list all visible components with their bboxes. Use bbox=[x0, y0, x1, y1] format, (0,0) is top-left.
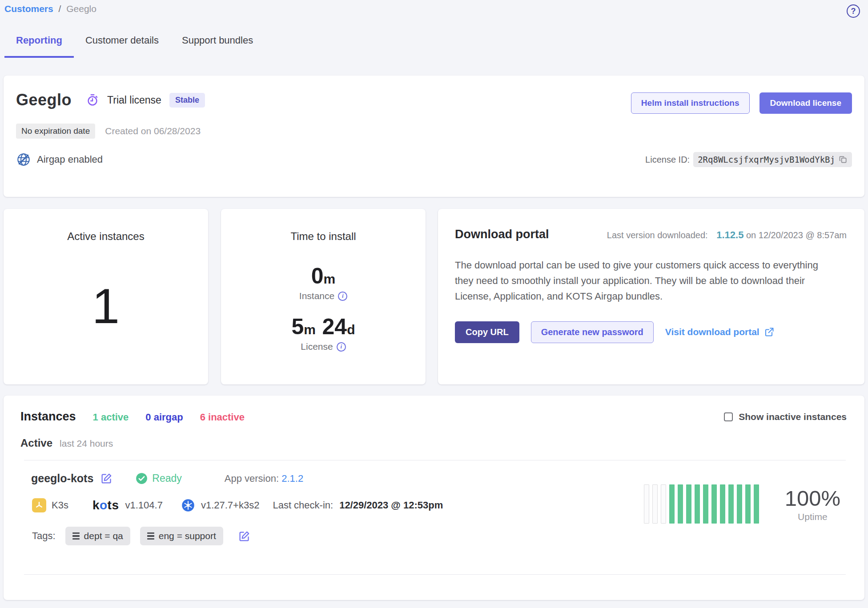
tag-label: dept = qa bbox=[84, 531, 123, 541]
last-version-label: Last version downloaded: bbox=[607, 230, 708, 240]
customer-name: Geeglo bbox=[16, 91, 72, 109]
app-version: App version: 2.1.2 bbox=[225, 473, 303, 484]
app-version-link[interactable]: 2.1.2 bbox=[281, 473, 303, 484]
inactive-count[interactable]: 6 inactive bbox=[200, 412, 245, 423]
breadcrumb: Customers / Geeglo bbox=[4, 4, 96, 14]
airgap-label: Airgap enabled bbox=[37, 154, 103, 165]
helm-install-instructions-button[interactable]: Helm install instructions bbox=[631, 92, 750, 114]
uptime-bar-up bbox=[737, 484, 742, 524]
instance-status: Ready bbox=[136, 472, 181, 484]
license-info-icon[interactable]: i bbox=[337, 342, 346, 352]
tag-icon bbox=[72, 532, 80, 540]
breadcrumb-separator: / bbox=[59, 4, 61, 14]
license-install-time: 5m 24d bbox=[221, 314, 426, 340]
instance-time-unit: m bbox=[324, 272, 336, 286]
license-time-unit-1: m bbox=[304, 322, 316, 337]
license-time-unit-2: d bbox=[347, 322, 355, 337]
airgap-globe-icon bbox=[16, 152, 31, 167]
download-portal-description: The download portal can be used to give … bbox=[455, 257, 837, 304]
expiration-badge: No expiration date bbox=[16, 124, 95, 139]
uptime-bar-up bbox=[728, 484, 734, 524]
uptime-bar-empty bbox=[652, 484, 658, 524]
tag-icon bbox=[147, 532, 154, 540]
edit-instance-name-icon[interactable] bbox=[100, 472, 113, 484]
uptime-bar-up bbox=[720, 484, 725, 524]
tag-pill-dept[interactable]: dept = qa bbox=[65, 527, 130, 545]
active-instances-title: Active instances bbox=[4, 230, 208, 243]
edit-tags-icon[interactable] bbox=[238, 530, 250, 542]
download-license-button[interactable]: Download license bbox=[760, 92, 852, 114]
uptime-bar-empty bbox=[661, 484, 666, 524]
airgap-status: Airgap enabled bbox=[16, 152, 103, 167]
uptime-meta: 100% Uptime bbox=[785, 486, 840, 522]
instance-install-time: 0m bbox=[221, 263, 426, 289]
breadcrumb-customers-link[interactable]: Customers bbox=[4, 4, 53, 14]
k8s-version: v1.27.7+k3s2 bbox=[201, 500, 259, 511]
instance-time-label-row: Instance i bbox=[221, 291, 426, 301]
help-icon[interactable]: ? bbox=[847, 4, 860, 18]
uptime-block: 100% Uptime bbox=[644, 484, 840, 524]
external-link-icon bbox=[764, 327, 775, 337]
license-card: Geeglo Trial license Stable Helm install… bbox=[4, 76, 864, 197]
copy-license-id-icon[interactable] bbox=[839, 155, 848, 164]
license-id-value: 2Rq8WLcsjfxqrMysjvB1WodYkBj bbox=[698, 155, 835, 164]
tags-label: Tags: bbox=[32, 530, 56, 542]
instance-time-value: 0 bbox=[311, 264, 324, 288]
license-id-pill: 2Rq8WLcsjfxqrMysjvB1WodYkBj bbox=[693, 152, 852, 167]
tab-customer-details[interactable]: Customer details bbox=[74, 35, 170, 58]
copy-url-button[interactable]: Copy URL bbox=[455, 321, 519, 343]
tab-support-bundles[interactable]: Support bundles bbox=[170, 35, 265, 58]
created-date-label: Created on 06/28/2023 bbox=[105, 126, 201, 136]
kubernetes-icon bbox=[181, 499, 195, 512]
visit-download-portal-link[interactable]: Visit download portal bbox=[665, 327, 775, 337]
instance-name: geeglo-kots bbox=[31, 472, 93, 485]
trial-timer-icon bbox=[86, 93, 99, 107]
uptime-bar-up bbox=[754, 484, 759, 524]
last-version-link[interactable]: 1.12.5 bbox=[716, 229, 743, 240]
download-portal-title: Download portal bbox=[455, 228, 549, 241]
download-portal-card: Download portal Last version downloaded:… bbox=[438, 209, 864, 384]
uptime-bar-up bbox=[686, 484, 691, 524]
active-instances-card: Active instances 1 bbox=[4, 209, 208, 384]
breadcrumb-current: Geeglo bbox=[66, 4, 96, 14]
generate-new-password-button[interactable]: Generate new password bbox=[531, 321, 654, 343]
uptime-bar-empty bbox=[644, 484, 649, 524]
active-group-title: Active bbox=[20, 437, 52, 449]
app-version-label: App version: bbox=[225, 473, 279, 484]
license-id-group: License ID: 2Rq8WLcsjfxqrMysjvB1WodYkBj bbox=[645, 152, 852, 167]
uptime-bars bbox=[644, 484, 759, 524]
show-inactive-instances-toggle[interactable]: Show inactive instances bbox=[724, 412, 847, 422]
show-inactive-checkbox[interactable] bbox=[724, 412, 733, 421]
channel-badge: Stable bbox=[169, 93, 205, 108]
uptime-bar-up bbox=[678, 484, 683, 524]
license-time-value-2: 24 bbox=[322, 314, 347, 339]
time-to-install-card: Time to install 0m Instance i 5m 24d Lic… bbox=[221, 209, 426, 384]
tab-bar: Reporting Customer details Support bundl… bbox=[4, 35, 265, 58]
instances-card: Instances 1 active 0 airgap 6 inactive S… bbox=[4, 396, 864, 600]
kots-logo: kots bbox=[92, 498, 119, 512]
license-time-label: License bbox=[301, 341, 333, 352]
tab-reporting[interactable]: Reporting bbox=[4, 35, 74, 58]
uptime-bar-up bbox=[669, 484, 675, 524]
last-checkin-value: 12/29/2023 @ 12:53pm bbox=[339, 500, 443, 511]
airgap-count[interactable]: 0 airgap bbox=[145, 412, 183, 423]
active-instances-value: 1 bbox=[4, 277, 208, 335]
ready-label: Ready bbox=[152, 472, 181, 484]
instance-row: geeglo-kots Ready App version: 2.1.2 bbox=[20, 472, 847, 561]
k3s-icon bbox=[32, 498, 46, 512]
license-id-label: License ID: bbox=[645, 155, 690, 165]
instance-info-icon[interactable]: i bbox=[338, 292, 347, 301]
last-version-date: on 12/20/2023 @ 8:57am bbox=[746, 230, 847, 240]
license-time-value-1: 5 bbox=[292, 314, 304, 339]
time-to-install-title: Time to install bbox=[221, 230, 426, 243]
tag-pill-eng[interactable]: eng = support bbox=[140, 527, 223, 545]
active-group-subtitle: last 24 hours bbox=[60, 438, 113, 449]
ready-check-icon bbox=[136, 472, 148, 484]
top-bar: Customers / Geeglo ? bbox=[4, 4, 860, 18]
uptime-label: Uptime bbox=[785, 512, 840, 522]
active-count[interactable]: 1 active bbox=[93, 412, 129, 423]
distribution-label: K3s bbox=[52, 500, 68, 511]
instance-time-label: Instance bbox=[299, 291, 334, 301]
license-time-label-row: License i bbox=[221, 341, 426, 352]
kots-logo-o: o bbox=[100, 498, 108, 512]
